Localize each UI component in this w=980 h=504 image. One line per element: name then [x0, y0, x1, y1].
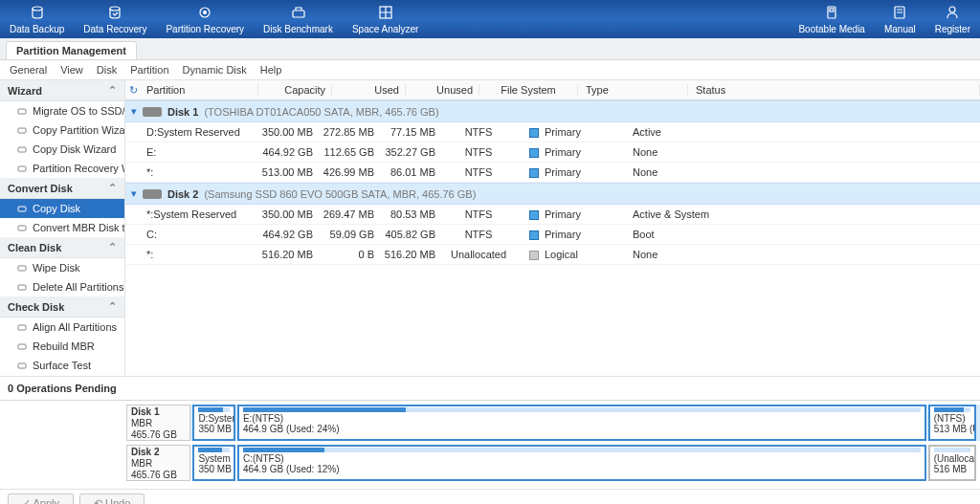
dp-part-label: (NTFS): [934, 413, 970, 424]
db-icon: [30, 5, 45, 24]
svg-point-0: [33, 7, 42, 11]
disk-map-partition[interactable]: (Unallocate516 MB: [928, 445, 976, 481]
top-disk-benchmark[interactable]: Disk Benchmark: [254, 0, 343, 38]
cell-capacity: 464.92 GB: [252, 146, 313, 158]
top-item-label: Partition Recovery: [166, 24, 244, 34]
disk-header[interactable]: ▾Disk 2 (Samsung SSD 860 EVO 500GB SATA,…: [125, 183, 980, 205]
dp-part-sub: 464.9 GB (Used: 12%): [243, 464, 921, 474]
col-used[interactable]: Used: [332, 84, 406, 96]
top-item-label: Data Recovery: [83, 24, 146, 34]
top-item-label: Manual: [884, 24, 916, 34]
disk-map-partition[interactable]: (NTFS)513 MB (Us: [928, 405, 976, 441]
sidebar-item-copy-partition-wizard[interactable]: Copy Partition Wizard: [0, 121, 124, 140]
item-icon: [17, 282, 27, 292]
sidebar-item-label: Align All Partitions: [33, 321, 117, 333]
col-capacity[interactable]: Capacity: [258, 84, 332, 96]
col-filesystem[interactable]: File System: [479, 84, 578, 96]
svg-rect-16: [18, 266, 26, 271]
cell-type: Primary: [522, 208, 625, 220]
tab-partition-management[interactable]: Partition Management: [6, 41, 137, 59]
sidebar-item-partition-recovery-wizard[interactable]: Partition Recovery Wizard: [0, 159, 124, 178]
col-unused[interactable]: Unused: [406, 84, 479, 96]
collapse-icon: ▾: [131, 187, 137, 200]
top-manual[interactable]: Manual: [875, 0, 925, 38]
undo-button[interactable]: ↶ Undo: [79, 493, 145, 505]
sidebar-group-clean-disk[interactable]: Clean Disk⌃: [0, 237, 124, 258]
sidebar-item-surface-test[interactable]: Surface Test: [0, 356, 124, 375]
sidebar-item-convert-mbr-disk-to-gpt-disk[interactable]: Convert MBR Disk to GPT Disk: [0, 218, 124, 237]
disk-map-partition[interactable]: C:(NTFS)464.9 GB (Used: 12%): [237, 445, 926, 481]
apply-button[interactable]: ✓ Apply: [8, 493, 74, 505]
menu-partition[interactable]: Partition: [130, 64, 168, 76]
top-register[interactable]: Register: [925, 0, 980, 38]
item-icon: [17, 322, 27, 332]
menu-general[interactable]: General: [10, 64, 47, 76]
disk-map-partition[interactable]: D:System Re350 MB (Us: [192, 405, 235, 441]
partition-row[interactable]: D:System Reserved350.00 MB272.85 MB77.15…: [125, 122, 980, 142]
partition-row[interactable]: *:System Reserved350.00 MB269.47 MB80.53…: [125, 205, 980, 225]
top-space-analyzer[interactable]: Space Analyzer: [343, 0, 429, 38]
cell-status: Active & System: [625, 208, 974, 220]
menu-dynamic-disk[interactable]: Dynamic Disk: [183, 64, 247, 76]
sidebar-group-check-disk[interactable]: Check Disk⌃: [0, 296, 124, 318]
svg-rect-4: [293, 11, 304, 17]
col-status[interactable]: Status: [688, 84, 980, 96]
sidebar-item-rebuild-mbr[interactable]: Rebuild MBR: [0, 337, 124, 356]
top-bootable-media[interactable]: Bootable Media: [789, 0, 875, 38]
partition-row[interactable]: *:516.20 MB0 B516.20 MBUnallocatedLogica…: [125, 245, 980, 265]
sidebar-item-migrate-os-to-ssd-hd-wizard[interactable]: Migrate OS to SSD/HD Wizard: [0, 101, 124, 121]
col-partition[interactable]: Partition: [141, 84, 258, 96]
dp-name: Disk 1: [131, 406, 186, 418]
dp-scheme: MBR: [131, 418, 186, 429]
sidebar-item-copy-disk-wizard[interactable]: Copy Disk Wizard: [0, 140, 124, 159]
refresh-icon[interactable]: ↻: [125, 84, 141, 97]
col-type[interactable]: Type: [578, 84, 688, 96]
cell-used: 59.09 GB: [313, 229, 374, 240]
sidebar-item-label: Copy Disk Wizard: [33, 143, 116, 155]
svg-rect-18: [18, 325, 26, 330]
cell-capacity: 513.00 MB: [252, 166, 313, 178]
dp-part-label: C:(NTFS): [243, 453, 921, 464]
menu-help[interactable]: Help: [260, 64, 282, 76]
item-icon: [17, 263, 27, 273]
sidebar-item-partition-recovery[interactable]: Partition Recovery: [0, 375, 124, 376]
cell-used: 269.47 MB: [313, 208, 374, 220]
disk-map-row[interactable]: Disk 1MBR465.76 GBD:System Re350 MB (UsE…: [126, 405, 980, 441]
sidebar-group-convert-disk[interactable]: Convert Disk⌃: [0, 178, 124, 199]
cell-unused: 516.20 MB: [374, 249, 435, 260]
cell-capacity: 350.00 MB: [252, 126, 313, 138]
partition-grid: ▾Disk 1 (TOSHIBA DT01ACA050 SATA, MBR, 4…: [125, 100, 980, 265]
top-partition-recovery[interactable]: Partition Recovery: [156, 0, 254, 38]
sidebar-item-copy-disk[interactable]: Copy Disk: [0, 199, 124, 218]
menu-disk[interactable]: Disk: [97, 64, 117, 76]
cell-unused: 405.82 GB: [374, 229, 435, 240]
cell-type: Primary: [522, 126, 625, 138]
collapse-icon: ▾: [131, 105, 137, 118]
disk-map-row[interactable]: Disk 2MBR465.76 GBSystem Res350 MB (UsC:…: [126, 445, 980, 481]
disk-icon: [143, 107, 162, 117]
type-swatch-icon: [529, 251, 539, 260]
type-swatch-icon: [529, 230, 539, 240]
partition-row[interactable]: E:464.92 GB112.65 GB352.27 GBNTFSPrimary…: [125, 142, 980, 163]
partition-row[interactable]: C:464.92 GB59.09 GB405.82 GBNTFSPrimaryB…: [125, 225, 980, 245]
sidebar-item-wipe-disk[interactable]: Wipe Disk: [0, 258, 124, 277]
disk-map-panel: Disk 1MBR465.76 GBD:System Re350 MB (UsE…: [0, 400, 980, 489]
cell-partition: *:: [131, 249, 252, 260]
type-swatch-icon: [529, 168, 539, 178]
top-data-recovery[interactable]: Data Recovery: [74, 0, 156, 38]
disk-header[interactable]: ▾Disk 1 (TOSHIBA DT01ACA050 SATA, MBR, 4…: [125, 100, 980, 122]
cell-partition: *:: [131, 166, 252, 178]
disk-map-partition[interactable]: E:(NTFS)464.9 GB (Used: 24%): [237, 405, 926, 441]
cell-capacity: 516.20 MB: [252, 249, 313, 260]
sidebar-group-wizard[interactable]: Wizard⌃: [0, 80, 124, 101]
top-data-backup[interactable]: Data Backup: [0, 0, 74, 38]
top-item-label: Data Backup: [10, 24, 64, 34]
sidebar-item-align-all-partitions[interactable]: Align All Partitions: [0, 318, 124, 337]
sidebar-item-delete-all-partitions[interactable]: Delete All Partitions: [0, 277, 124, 296]
item-icon: [17, 361, 27, 370]
disk-map-partition[interactable]: System Res350 MB (Us: [192, 445, 235, 481]
cell-partition: D:System Reserved: [131, 126, 252, 138]
menu-view[interactable]: View: [60, 64, 83, 76]
cell-used: 272.85 MB: [313, 126, 374, 138]
partition-row[interactable]: *:513.00 MB426.99 MB86.01 MBNTFSPrimaryN…: [125, 163, 980, 183]
